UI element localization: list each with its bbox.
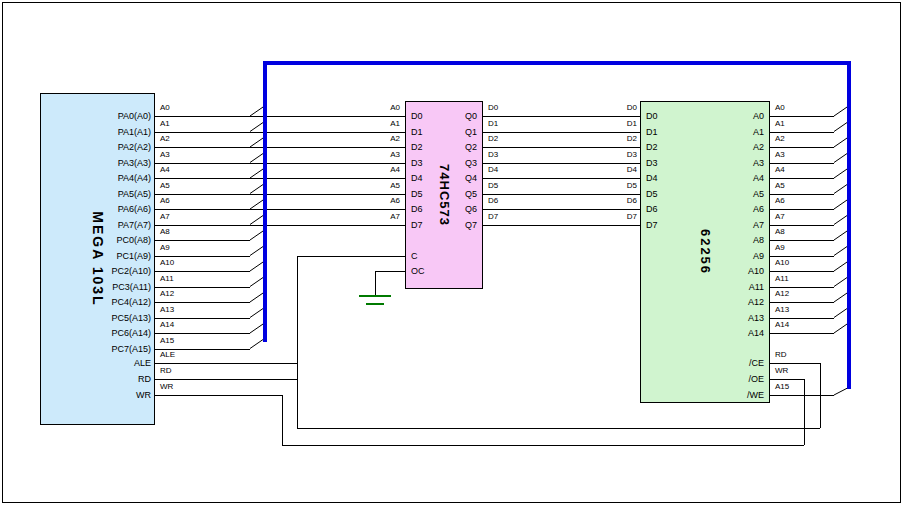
mega-addr-net-label-a10: A10 <box>160 258 200 267</box>
mega-pin-label-pc7a15: PC7(A15) <box>61 344 151 354</box>
sram-ctrl-net-label-a15: A15 <box>775 382 815 391</box>
data-net-label-d1: D1 <box>597 119 637 128</box>
sram-pin-label-a10: A10 <box>724 266 764 276</box>
bus-entry-diagonal <box>250 168 265 178</box>
bus-entry-diagonal <box>250 106 265 116</box>
mega-addr-net-label-a1: A1 <box>160 119 200 128</box>
bus-entry-diagonal <box>834 122 849 132</box>
mega-addr-net-label-a15: A15 <box>160 336 200 345</box>
sram-pin-label-d7: D7 <box>646 220 686 230</box>
schematic-canvas: MEGA 103L 74HC573 62256 PA0(A0)PA1(A1)PA… <box>0 0 905 507</box>
data-net-label-d4: D4 <box>597 165 637 174</box>
sram-addr-net-label-a12: A12 <box>775 289 815 298</box>
mega-pin-label-wr: WR <box>61 390 151 400</box>
sram-pin-label-a1: A1 <box>724 127 764 137</box>
sram-addr-net-label-a8: A8 <box>775 227 815 236</box>
bus-entry-diagonal <box>834 292 849 302</box>
bus-entry-diagonal <box>834 168 849 178</box>
sram-addr-net-label-a4: A4 <box>775 165 815 174</box>
mega-addr-net-label-a12: A12 <box>160 289 200 298</box>
mega-addr-net-label-a4: A4 <box>160 165 200 174</box>
latch-pin-label-q5: Q5 <box>437 189 477 199</box>
data-net-label-d3: D3 <box>488 150 528 159</box>
bus-entry-diagonal <box>834 106 849 116</box>
sram-pin-label-a13: A13 <box>724 313 764 323</box>
sram-addr-net-label-a13: A13 <box>775 305 815 314</box>
sram-pin-label-d1: D1 <box>646 127 686 137</box>
latch-in-net-label-a3: A3 <box>360 150 400 159</box>
bus-entry-diagonal <box>834 277 849 287</box>
mega-addr-net-label-a11: A11 <box>160 274 200 283</box>
mega-pin-label-pa5a5: PA5(A5) <box>61 189 151 199</box>
mega-pin-label-ale: ALE <box>61 358 151 368</box>
sram-pin-label-ce: /CE <box>724 358 764 368</box>
mega-pin-label-pc6a14: PC6(A14) <box>61 328 151 338</box>
data-net-label-d1: D1 <box>488 119 528 128</box>
data-net-label-d2: D2 <box>488 134 528 143</box>
sram-pin-label-d0: D0 <box>646 111 686 121</box>
latch-pin-label-q4: Q4 <box>437 173 477 183</box>
bus-entry-diagonal <box>250 215 265 225</box>
bus-entry-diagonal <box>834 199 849 209</box>
bus-entry-diagonal <box>834 153 849 163</box>
mega-ctrl-net-label-ale: ALE <box>160 350 200 359</box>
sram-pin-label-a14: A14 <box>724 328 764 338</box>
sram-pin-label-we: /WE <box>724 390 764 400</box>
bus-entry-diagonal <box>834 308 849 318</box>
bus-entry-diagonal <box>834 184 849 194</box>
bus-entry-diagonal <box>250 122 265 132</box>
bus-entry-diagonal <box>250 184 265 194</box>
bus-entry-diagonal <box>834 246 849 256</box>
latch-in-net-label-a2: A2 <box>360 134 400 143</box>
sram-pin-label-a4: A4 <box>724 173 764 183</box>
sram-pin-label-a0: A0 <box>724 111 764 121</box>
sram-addr-net-label-a2: A2 <box>775 134 815 143</box>
mega-addr-net-label-a13: A13 <box>160 305 200 314</box>
latch-pin-label-q1: Q1 <box>437 127 477 137</box>
latch-in-net-label-a4: A4 <box>360 165 400 174</box>
mega-pin-label-pa1a1: PA1(A1) <box>61 127 151 137</box>
mega-addr-net-label-a14: A14 <box>160 320 200 329</box>
bus-entry-diagonal <box>250 261 265 271</box>
sram-pin-label-d6: D6 <box>646 204 686 214</box>
latch-in-net-label-a1: A1 <box>360 119 400 128</box>
mega-pin-label-pa2a2: PA2(A2) <box>61 142 151 152</box>
mega-pin-label-pc1a9: PC1(A9) <box>61 251 151 261</box>
mega-addr-net-label-a2: A2 <box>160 134 200 143</box>
mega-ctrl-net-label-rd: RD <box>160 366 200 375</box>
mega-addr-net-label-a9: A9 <box>160 243 200 252</box>
bus-entry-diagonal <box>250 323 265 333</box>
sram-pin-label-a3: A3 <box>724 158 764 168</box>
chip-title-sram: 62256 <box>698 229 713 275</box>
sram-pin-label-a9: A9 <box>724 251 764 261</box>
bus-entry-diagonal <box>250 199 265 209</box>
sram-pin-label-d3: D3 <box>646 158 686 168</box>
bus-entry-diagonal <box>834 137 849 147</box>
latch-pin-label-oc: OC <box>411 266 451 276</box>
sram-pin-label-d5: D5 <box>646 189 686 199</box>
sram-pin-label-a2: A2 <box>724 142 764 152</box>
mega-pin-label-pc0a8: PC0(A8) <box>61 235 151 245</box>
sram-pin-label-a5: A5 <box>724 189 764 199</box>
bus-entry-diagonal <box>250 153 265 163</box>
sram-addr-net-label-a9: A9 <box>775 243 815 252</box>
sram-addr-net-label-a1: A1 <box>775 119 815 128</box>
mega-pin-label-pc5a13: PC5(A13) <box>61 313 151 323</box>
bus-entry-diagonal <box>250 277 265 287</box>
sram-pin-label-oe: /OE <box>724 374 764 384</box>
mega-addr-net-label-a7: A7 <box>160 212 200 221</box>
sram-ctrl-net-label-wr: WR <box>775 366 815 375</box>
bus-entry-diagonal <box>250 339 265 349</box>
sram-addr-net-label-a11: A11 <box>775 274 815 283</box>
mega-pin-label-pc4a12: PC4(A12) <box>61 297 151 307</box>
sram-addr-net-label-a0: A0 <box>775 103 815 112</box>
bus-entry-diagonal <box>250 230 265 240</box>
bus-entry-diagonal <box>834 261 849 271</box>
data-net-label-d7: D7 <box>597 212 637 221</box>
mega-pin-label-pc3a11: PC3(A11) <box>61 282 151 292</box>
sram-pin-label-a8: A8 <box>724 235 764 245</box>
data-net-label-d5: D5 <box>488 181 528 190</box>
bus-entry-diagonal <box>834 388 849 396</box>
data-net-label-d3: D3 <box>597 150 637 159</box>
bus-entry-diagonal <box>834 323 849 333</box>
